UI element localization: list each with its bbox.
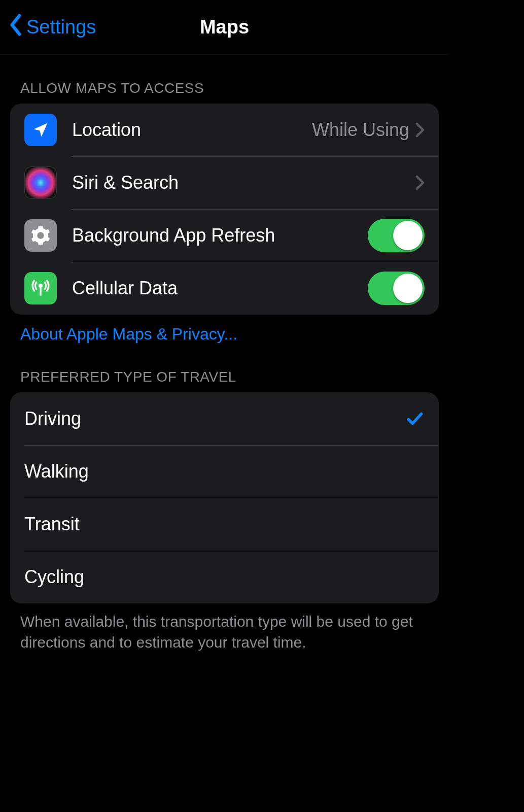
- row-siri-search[interactable]: Siri & Search: [10, 156, 439, 209]
- group-access: Location While Using Siri & Search Backg…: [10, 104, 439, 315]
- siri-icon: [24, 166, 57, 199]
- nav-bar: Settings Maps: [0, 0, 449, 55]
- about-privacy-link[interactable]: About Apple Maps & Privacy...: [0, 315, 449, 344]
- gear-icon: [24, 219, 57, 252]
- row-background-refresh: Background App Refresh: [10, 209, 439, 262]
- row-label: Background App Refresh: [72, 225, 368, 246]
- chevron-left-icon: [9, 14, 22, 41]
- option-cycling[interactable]: Cycling: [10, 551, 439, 603]
- option-label: Transit: [24, 514, 425, 535]
- toggle-background-refresh[interactable]: [368, 219, 425, 252]
- chevron-right-icon: [415, 122, 425, 138]
- toggle-cellular-data[interactable]: [368, 272, 425, 305]
- row-label: Location: [72, 119, 312, 141]
- antenna-icon: [24, 272, 57, 304]
- option-driving[interactable]: Driving: [10, 392, 439, 445]
- group-travel: Driving Walking Transit Cycling: [10, 392, 439, 603]
- option-transit[interactable]: Transit: [10, 498, 439, 551]
- checkmark-icon: [405, 409, 425, 428]
- back-label: Settings: [26, 16, 96, 38]
- row-label: Cellular Data: [72, 278, 368, 299]
- option-walking[interactable]: Walking: [10, 445, 439, 498]
- chevron-right-icon: [415, 175, 425, 190]
- option-label: Cycling: [24, 566, 425, 588]
- section-header-travel: PREFERRED TYPE OF TRAVEL: [0, 344, 449, 392]
- back-button[interactable]: Settings: [0, 14, 96, 41]
- row-value: While Using: [312, 119, 409, 141]
- row-label: Siri & Search: [72, 172, 415, 193]
- row-cellular-data: Cellular Data: [10, 262, 439, 315]
- section-footer-travel: When available, this transportation type…: [0, 603, 449, 653]
- option-label: Walking: [24, 461, 425, 482]
- location-icon: [24, 114, 57, 146]
- row-location[interactable]: Location While Using: [10, 104, 439, 156]
- option-label: Driving: [24, 408, 405, 429]
- section-header-access: ALLOW MAPS TO ACCESS: [0, 55, 449, 104]
